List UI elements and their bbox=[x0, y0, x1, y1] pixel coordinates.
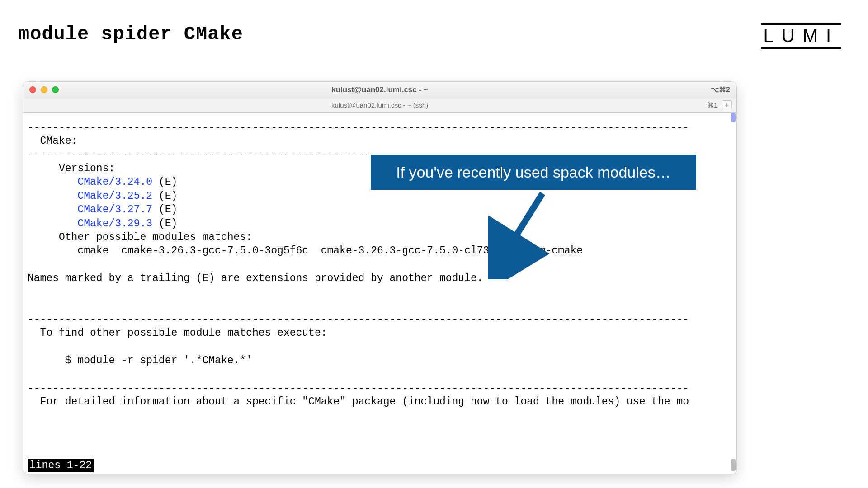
divider: ----------------------------------------… bbox=[28, 314, 689, 325]
pager-status: lines 1-22 bbox=[28, 459, 94, 472]
other-matches-label: Other possible modules matches: bbox=[59, 231, 252, 243]
ext-suffix: (E) bbox=[152, 218, 177, 230]
tab-shortcut: ⌘1 bbox=[707, 101, 717, 109]
find-other-label: To find other possible module matches ex… bbox=[40, 327, 327, 339]
section-header: CMake: bbox=[40, 135, 78, 147]
brand-logo: LUMI bbox=[761, 23, 841, 49]
divider: ----------------------------------------… bbox=[28, 122, 689, 133]
versions-label: Versions: bbox=[59, 163, 115, 174]
find-other-command: $ module -r spider '.*CMake.*' bbox=[65, 355, 252, 366]
scrollbar-thumb-top[interactable] bbox=[731, 113, 736, 122]
extensions-note: Names marked by a trailing (E) are exten… bbox=[28, 272, 483, 284]
divider: ----------------------------------------… bbox=[28, 382, 689, 394]
close-icon[interactable] bbox=[29, 86, 36, 93]
tab-bar: kulust@uan02.lumi.csc - ~ (ssh) ⌘1 + bbox=[23, 98, 736, 113]
module-version: CMake/3.25.2 bbox=[77, 190, 152, 202]
module-version: CMake/3.29.3 bbox=[77, 218, 152, 230]
detail-info-line: For detailed information about a specifi… bbox=[40, 396, 689, 408]
terminal-window: kulust@uan02.lumi.csc - ~ ⌥⌘2 kulust@uan… bbox=[23, 81, 737, 474]
module-version: CMake/3.24.0 bbox=[77, 176, 152, 188]
window-title: kulust@uan02.lumi.csc - ~ bbox=[331, 85, 428, 94]
ext-suffix: (E) bbox=[152, 176, 177, 188]
scrollbar[interactable] bbox=[731, 113, 736, 471]
traffic-lights bbox=[29, 86, 59, 93]
zoom-icon[interactable] bbox=[52, 86, 59, 93]
other-matches-list: cmake cmake-3.26.3-gcc-7.5.0-3og5f6c cma… bbox=[77, 245, 583, 257]
module-version: CMake/3.27.7 bbox=[77, 204, 152, 216]
slide-title: module spider CMake bbox=[18, 23, 243, 45]
ext-suffix: (E) bbox=[152, 190, 177, 202]
scrollbar-thumb-bottom[interactable] bbox=[731, 459, 736, 471]
minimize-icon[interactable] bbox=[41, 86, 47, 93]
add-tab-button[interactable]: + bbox=[722, 100, 732, 110]
callout-text: If you've recently used spack modules… bbox=[396, 164, 670, 181]
annotation-callout: If you've recently used spack modules… bbox=[371, 155, 696, 190]
window-titlebar: kulust@uan02.lumi.csc - ~ ⌥⌘2 bbox=[23, 82, 736, 98]
ext-suffix: (E) bbox=[152, 204, 177, 216]
window-shortcut-indicator: ⌥⌘2 bbox=[711, 85, 730, 94]
tab-title[interactable]: kulust@uan02.lumi.csc - ~ (ssh) bbox=[331, 101, 428, 109]
